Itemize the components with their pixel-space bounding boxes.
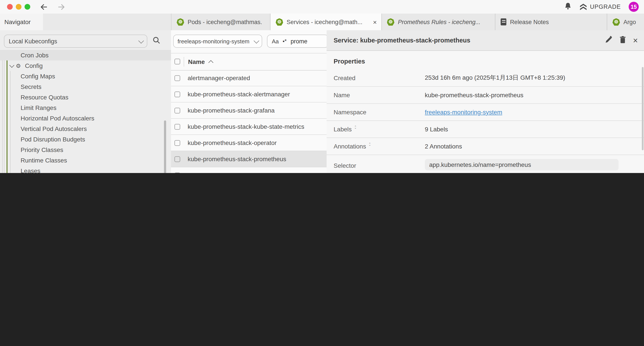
- row-checkbox[interactable]: [174, 124, 180, 129]
- app-tab[interactable]: Release Notes: [496, 13, 608, 30]
- sidebar-item[interactable]: Cron Jobs: [0, 50, 171, 60]
- kubeconfig-select[interactable]: Local Kubeconfigs: [4, 34, 147, 48]
- select-all-checkbox[interactable]: [174, 59, 180, 64]
- table-row[interactable]: kube-prometheus-stack-grafana: [171, 102, 326, 119]
- titlebar: UPGRADE 15: [0, 0, 644, 14]
- notification-count-badge[interactable]: 15: [629, 2, 639, 12]
- sidebar-item[interactable]: Horizontal Pod Autoscalers: [0, 113, 171, 123]
- details-scrollbar[interactable]: [642, 67, 644, 150]
- list-search-input[interactable]: [291, 38, 314, 44]
- tab-close-icon[interactable]: ×: [373, 18, 377, 26]
- row-checkbox[interactable]: [174, 91, 180, 97]
- sidebar-scrollbar[interactable]: [164, 120, 166, 173]
- namespace-link[interactable]: freeleaps-monitoring-system: [425, 109, 502, 116]
- row-checkbox[interactable]: [174, 107, 180, 113]
- window-close-button[interactable]: [7, 4, 13, 10]
- row-checkbox[interactable]: [174, 75, 180, 81]
- table-row[interactable]: kube-prometheus-stack-kube-state-metrics: [171, 119, 326, 135]
- service-rows: alertmanager-operated kube-prometheus-st…: [171, 70, 326, 173]
- tab-label: Release Notes: [510, 19, 549, 25]
- forward-arrow-icon[interactable]: [58, 3, 65, 10]
- property-row-name: Name kube-prometheus-stack-prometheus: [326, 87, 644, 104]
- sidebar-item[interactable]: Priority Classes: [0, 145, 171, 155]
- property-label: Name: [334, 91, 425, 98]
- row-checkbox[interactable]: [174, 156, 180, 162]
- property-label: Selector: [334, 162, 425, 169]
- property-value: kube-prometheus-stack-prometheus: [425, 91, 524, 98]
- app-tab[interactable]: Pods - icecheng@mathmas...: [172, 13, 270, 30]
- service-name: kube-prometheus-stack-alertmanager: [188, 91, 290, 98]
- table-row[interactable]: kube-prometheus-stack-alertmanager: [171, 86, 326, 102]
- property-row-labels: Labelsˆˇ 9 Labels: [326, 121, 644, 138]
- namespace-select[interactable]: freeleaps-monitoring-system: [173, 34, 262, 48]
- tab-icon: [387, 18, 394, 26]
- sidebar-item[interactable]: Pod Disruption Budgets: [0, 134, 171, 145]
- sidebar-item[interactable]: ⚙ Config: [0, 60, 171, 71]
- service-name: kube-prometheus-stack-prometheus-node-ex…: [188, 172, 319, 173]
- property-label: Labels: [334, 126, 352, 133]
- list-search-box[interactable]: Aa ▪*: [267, 34, 327, 48]
- service-name: kube-prometheus-stack-operator: [188, 139, 277, 146]
- table-row[interactable]: kube-prometheus-stack-prometheus: [171, 151, 326, 167]
- table-row[interactable]: kube-prometheus-stack-operator: [171, 135, 326, 151]
- close-icon[interactable]: ×: [633, 36, 638, 44]
- sidebar-item-label: Pod Disruption Budgets: [20, 136, 85, 143]
- property-value[interactable]: 9 Labels: [425, 126, 448, 133]
- resource-tree: Cron Jobs ⚙ Config Config Maps Secrets: [0, 50, 171, 173]
- table-row[interactable]: alertmanager-operated: [171, 70, 326, 86]
- sidebar-item-label: Priority Classes: [20, 146, 63, 153]
- upgrade-button[interactable]: UPGRADE: [579, 3, 621, 10]
- expand-icon[interactable]: ˆˇ: [369, 144, 370, 148]
- row-checkbox[interactable]: [174, 140, 180, 146]
- delete-trash-icon[interactable]: [620, 36, 626, 45]
- section-properties: Properties: [326, 51, 644, 70]
- services-list-panel: freeleaps-monitoring-system Aa ▪* Name a…: [171, 30, 327, 173]
- tab-label: Prometheus Rules - icecheng...: [398, 19, 480, 25]
- sidebar-item-label: Secrets: [20, 83, 42, 90]
- sidebar-item[interactable]: Resource Quotas: [0, 92, 171, 102]
- column-header-name[interactable]: Name: [188, 58, 205, 65]
- navigator-panel-tab[interactable]: Navigator: [0, 13, 43, 30]
- tab-icon: [501, 18, 506, 25]
- sidebar-item[interactable]: Vertical Pod Autoscalers: [0, 123, 171, 134]
- tab-label: Argo Se: [624, 19, 636, 25]
- sidebar-item[interactable]: Secrets: [0, 81, 171, 92]
- tab-icon: [276, 18, 283, 26]
- chevron-icon[interactable]: [9, 62, 16, 69]
- expand-icon[interactable]: ˆˇ: [355, 127, 356, 131]
- tab-label: Pods - icecheng@mathmas...: [188, 19, 262, 25]
- app-tab[interactable]: Argo Se: [607, 13, 644, 30]
- sidebar-item-label: Leases: [20, 167, 40, 173]
- sidebar-search-icon[interactable]: [152, 36, 160, 46]
- regex-toggle-icon[interactable]: ▪*: [283, 38, 287, 44]
- sidebar-item[interactable]: Limit Ranges: [0, 102, 171, 113]
- window-minimize-button[interactable]: [16, 4, 22, 10]
- tab-label: Services - icecheng@math...: [287, 19, 362, 25]
- window-zoom-button[interactable]: [24, 4, 30, 10]
- back-arrow-icon[interactable]: [40, 3, 48, 10]
- tree-item-icon: ⚙: [16, 62, 25, 69]
- chevron-down-icon: [138, 38, 144, 43]
- upgrade-label: UPGRADE: [590, 3, 621, 10]
- tab-bar: Navigator Pods - icecheng@mathmas... Ser…: [0, 13, 644, 31]
- property-value[interactable]: 2 Annotations: [425, 143, 462, 150]
- sort-asc-icon[interactable]: [208, 60, 214, 65]
- edit-pencil-icon[interactable]: [605, 36, 612, 45]
- service-name: kube-prometheus-stack-kube-state-metrics: [188, 123, 304, 130]
- row-checkbox[interactable]: [174, 172, 180, 173]
- app-tab[interactable]: Prometheus Rules - icecheng...: [382, 13, 496, 30]
- sidebar-item[interactable]: Config Maps: [0, 71, 171, 81]
- sidebar-item-label: Horizontal Pod Autoscalers: [20, 115, 94, 122]
- notifications-bell-icon[interactable]: [564, 2, 572, 11]
- sidebar-item[interactable]: Leases: [0, 166, 171, 173]
- property-label: Annotations: [334, 143, 366, 150]
- app-tab[interactable]: Services - icecheng@math... ×: [270, 13, 382, 30]
- sidebar-item[interactable]: Runtime Classes: [0, 155, 171, 166]
- table-row[interactable]: kube-prometheus-stack-prometheus-node-ex…: [171, 167, 326, 173]
- match-case-toggle[interactable]: Aa: [272, 38, 279, 44]
- property-row-annotations: Annotationsˆˇ 2 Annotations: [326, 138, 644, 155]
- table-header: Name: [171, 53, 326, 70]
- property-value: 253d 16h 6m ago (2025年1月13日 GMT+8 1:25:3…: [425, 74, 565, 82]
- filter-row: freeleaps-monitoring-system Aa ▪*: [171, 30, 326, 53]
- property-row-selector: Selector app.kubernetes.io/name=promethe…: [326, 155, 644, 173]
